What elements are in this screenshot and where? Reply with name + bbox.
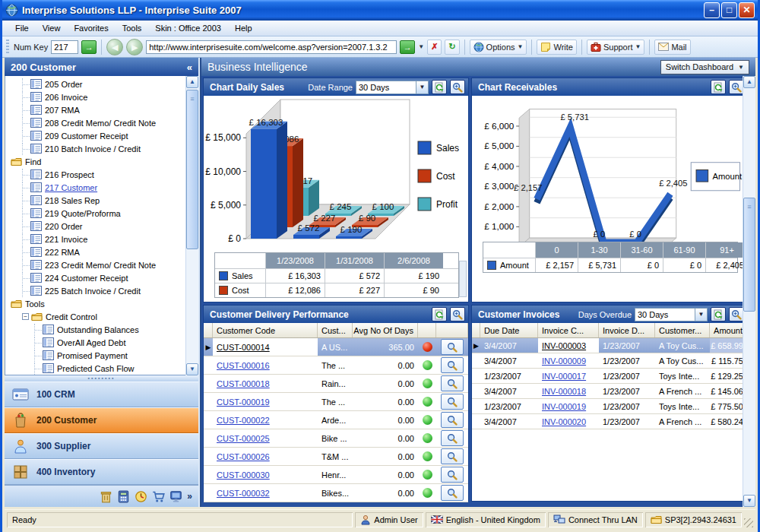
status-version[interactable]: SP3[2].2943.24631 bbox=[645, 512, 742, 527]
tree-item[interactable]: Predicted Cash Flow bbox=[5, 362, 198, 375]
go-dropdown-arrow[interactable]: ▼ bbox=[418, 43, 424, 50]
resize-grip[interactable] bbox=[744, 518, 753, 527]
invoice-code-link[interactable]: INV-000020 bbox=[542, 417, 586, 426]
tree-item[interactable]: 218 Sales Rep bbox=[5, 194, 198, 207]
tray-trash-icon[interactable] bbox=[100, 490, 112, 503]
expand-collapse-box[interactable]: − bbox=[22, 313, 29, 320]
tree-scrollbar[interactable]: ▲ ▼ bbox=[185, 76, 198, 375]
panel-refresh-button[interactable] bbox=[432, 307, 447, 321]
tree-item[interactable]: 216 Prospect bbox=[5, 168, 198, 181]
tree-item[interactable]: 225 Batch Invoice / Credit bbox=[5, 284, 198, 297]
view-details-button[interactable] bbox=[441, 339, 464, 355]
tree-item[interactable]: 210 Batch Invoice / Credit bbox=[5, 142, 198, 155]
panel-zoom-button[interactable] bbox=[729, 80, 744, 94]
tree-item[interactable]: Promised Payment bbox=[5, 349, 198, 362]
view-details-button[interactable] bbox=[441, 485, 464, 501]
column-header[interactable]: Invoice D... bbox=[599, 323, 655, 337]
column-header[interactable]: Due Date bbox=[480, 323, 538, 337]
view-details-button[interactable] bbox=[441, 430, 464, 446]
customer-code-link[interactable]: CUST-000030 bbox=[217, 470, 270, 480]
status-language[interactable]: English - United Kingdom bbox=[426, 512, 546, 527]
tree-item[interactable]: OverAll Aged Debt bbox=[5, 336, 198, 349]
mini-scrollbar[interactable] bbox=[459, 261, 467, 297]
num-key-go-button[interactable]: → bbox=[81, 40, 97, 54]
panel-zoom-button[interactable] bbox=[450, 307, 465, 321]
menu-item-skin[interactable]: Skin : Office 2003 bbox=[148, 21, 228, 35]
tree-item[interactable]: −Credit Control bbox=[5, 310, 198, 323]
stop-button[interactable]: ✗ bbox=[427, 40, 442, 55]
customer-code-link[interactable]: CUST-000022 bbox=[217, 416, 270, 425]
customer-code-link[interactable]: CUST-000019 bbox=[217, 397, 270, 407]
invoice-row[interactable]: ▶3/4/2007INV-0000031/23/2007A Toy Cus...… bbox=[472, 338, 747, 353]
sidebar-button-400-inventory[interactable]: 400 Inventory bbox=[5, 459, 198, 485]
tree-item[interactable]: 206 Invoice bbox=[5, 90, 198, 103]
tree-item[interactable]: 205 Order bbox=[5, 78, 198, 90]
sidebar-button-100-crm[interactable]: 100 CRM bbox=[5, 382, 198, 407]
menu-item-favorites[interactable]: Favorites bbox=[67, 21, 115, 35]
view-details-button[interactable] bbox=[441, 394, 464, 410]
column-header[interactable]: Customer Code bbox=[213, 323, 318, 337]
view-details-button[interactable] bbox=[441, 467, 464, 483]
panel-zoom-button[interactable] bbox=[729, 307, 744, 321]
num-key-input[interactable] bbox=[51, 40, 78, 54]
customer-code-link[interactable]: CUST-000014 bbox=[217, 343, 270, 352]
column-header[interactable]: Cust... bbox=[318, 323, 353, 337]
view-details-button[interactable] bbox=[441, 448, 464, 464]
invoice-code-link[interactable]: INV-000009 bbox=[542, 356, 586, 366]
invoice-row[interactable]: 1/23/2007INV-0000191/23/2007Toys Inte...… bbox=[472, 399, 747, 414]
tree-item[interactable]: 220 Order bbox=[5, 220, 198, 233]
status-connection[interactable]: Connect Thru LAN bbox=[548, 512, 643, 527]
customer-code-link[interactable]: CUST-000032 bbox=[217, 489, 270, 498]
column-header[interactable] bbox=[204, 323, 213, 337]
column-header[interactable]: Invoice C... bbox=[538, 323, 599, 337]
scrollbar-thumb[interactable] bbox=[186, 90, 198, 249]
scrollbar-thumb[interactable] bbox=[743, 198, 755, 312]
forward-button[interactable]: ▶ bbox=[126, 39, 143, 55]
panel-refresh-button[interactable] bbox=[432, 80, 447, 94]
tree-item[interactable]: Tools bbox=[5, 297, 198, 310]
view-details-button[interactable] bbox=[441, 375, 464, 391]
tree-item[interactable]: 223 Credit Memo/ Credit Note bbox=[5, 258, 198, 271]
delivery-row[interactable]: CUST-000016The ...0.00 bbox=[204, 356, 468, 375]
chevron-down-icon[interactable]: ▼ bbox=[695, 309, 707, 321]
tree-item[interactable]: 217 Customer bbox=[5, 181, 198, 194]
column-header[interactable] bbox=[472, 323, 480, 337]
column-header[interactable] bbox=[418, 323, 436, 337]
scroll-down-arrow[interactable]: ▼ bbox=[186, 363, 198, 375]
delivery-row[interactable]: CUST-000032Bikes...0.00 bbox=[204, 484, 468, 502]
tray-calculator-icon[interactable] bbox=[117, 490, 130, 503]
tray-computer-icon[interactable] bbox=[169, 490, 182, 503]
delivery-row[interactable]: CUST-000019The ...0.00 bbox=[204, 393, 468, 411]
tree-item[interactable]: 207 RMA bbox=[5, 103, 198, 116]
tree-item[interactable]: 221 Invoice bbox=[5, 233, 198, 245]
tree-item[interactable]: 209 Customer Receipt bbox=[5, 129, 198, 142]
date-range-select[interactable]: 30 Days ▼ bbox=[356, 81, 429, 94]
panel-zoom-button[interactable] bbox=[450, 80, 465, 94]
bi-scrollbar[interactable]: ▲ ▼ bbox=[743, 76, 755, 507]
chevron-down-icon[interactable]: ▼ bbox=[416, 81, 428, 93]
menu-item-tools[interactable]: Tools bbox=[116, 21, 149, 35]
panel-refresh-button[interactable] bbox=[711, 307, 726, 321]
column-header[interactable]: Avg No Of Days bbox=[353, 323, 418, 337]
tree-item[interactable]: Outstanding Balances bbox=[5, 323, 198, 336]
invoice-row[interactable]: 3/4/2007INV-0000091/23/2007A Toy Cus...£… bbox=[472, 353, 747, 369]
delivery-row[interactable]: CUST-000018Rain...0.00 bbox=[204, 375, 468, 393]
customer-code-link[interactable]: CUST-000016 bbox=[217, 361, 270, 370]
sidebar-splitter[interactable]: ▪▪▪▪▪▪▪▪ bbox=[5, 375, 198, 382]
menu-item-file[interactable]: File bbox=[8, 21, 36, 35]
collapse-sidebar-button[interactable]: « bbox=[187, 62, 192, 73]
invoice-row[interactable]: 3/4/2007INV-0000181/23/2007A French ...£… bbox=[472, 384, 747, 399]
mail-button[interactable]: Mail bbox=[654, 40, 690, 55]
invoice-code-link[interactable]: INV-000017 bbox=[542, 372, 586, 381]
delivery-row[interactable]: ▶CUST-000014A US...365.00 bbox=[204, 338, 468, 356]
scroll-down-arrow[interactable]: ▼ bbox=[743, 495, 755, 507]
days-overdue-select[interactable]: 30 Days ▼ bbox=[635, 308, 708, 321]
column-header[interactable]: Customer... bbox=[655, 323, 710, 337]
invoice-code-link[interactable]: INV-000018 bbox=[542, 387, 586, 396]
back-button[interactable]: ◀ bbox=[106, 39, 123, 55]
delivery-row[interactable]: CUST-000025Bike ...0.00 bbox=[204, 429, 468, 448]
minimize-button[interactable]: – bbox=[704, 2, 720, 18]
column-header[interactable] bbox=[436, 323, 468, 337]
tree-item[interactable]: 219 Quote/Proforma bbox=[5, 207, 198, 220]
view-details-button[interactable] bbox=[441, 357, 464, 373]
